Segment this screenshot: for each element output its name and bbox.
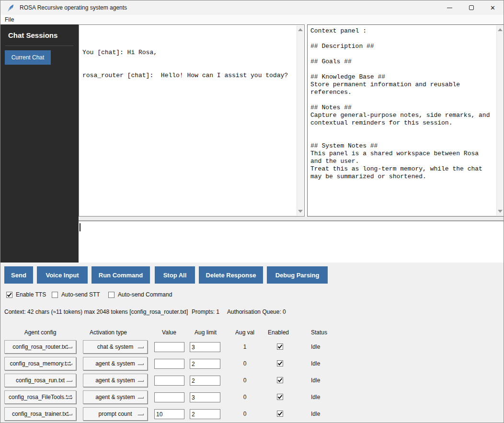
- activation-type-dropdown[interactable]: chat & system: [83, 340, 148, 354]
- activation-type-value: agent & system: [95, 360, 135, 367]
- stop-all-button[interactable]: Stop All: [155, 266, 195, 284]
- agent-config-dropdown[interactable]: config_rosa_memory.txt: [4, 357, 76, 370]
- run-command-button[interactable]: Run Command: [92, 266, 150, 284]
- agent-config-dropdown[interactable]: config_rosa_FileTools.txt: [4, 390, 76, 404]
- menu-file[interactable]: File: [0, 16, 18, 23]
- checkmark-icon: [277, 361, 283, 366]
- value-input[interactable]: [154, 342, 184, 352]
- status-value: Idle: [311, 394, 340, 400]
- debug-parsing-button[interactable]: Debug Parsing: [267, 266, 328, 284]
- status-value: Idle: [311, 343, 340, 350]
- agent-config-dropdown[interactable]: config_rosa_run.txt: [4, 374, 76, 387]
- context-status: Context: 42 chars (≈11 tokens) max 2048 …: [4, 309, 188, 315]
- header-agent-config: Agent config: [4, 329, 76, 336]
- aug-limit-input[interactable]: [190, 392, 220, 402]
- agent-config-value: config_rosa_memory.txt: [10, 360, 70, 367]
- session-current-chat-button[interactable]: Current Chat: [5, 50, 51, 65]
- status-value: Idle: [311, 377, 340, 384]
- header-status: Status: [305, 329, 333, 336]
- checkmark-icon: [277, 411, 283, 416]
- value-input[interactable]: [154, 376, 184, 386]
- enabled-checkbox[interactable]: [277, 360, 283, 366]
- activation-type-dropdown[interactable]: prompt count: [83, 407, 148, 421]
- sidebar: Chat Sessions Current Chat: [0, 24, 79, 263]
- context-panel-text: Context panel : ## Description ## ## Goa…: [308, 25, 504, 181]
- dropdown-indicator-icon: [66, 363, 72, 365]
- dropdown-indicator-icon: [137, 397, 144, 399]
- table-row: config_rosa_trainer.txt prompt count 0 I…: [0, 406, 504, 423]
- activation-type-value: chat & system: [97, 343, 133, 350]
- scroll-up-arrow[interactable]: [498, 28, 503, 31]
- enabled-checkbox[interactable]: [277, 377, 283, 383]
- agent-table-header: Agent config Activation type Value Aug l…: [0, 329, 504, 337]
- checkmark-icon: [7, 292, 12, 297]
- checkmark-icon: [277, 394, 283, 400]
- delete-response-button[interactable]: Delete Response: [199, 266, 263, 284]
- checkmark-icon: [277, 377, 283, 383]
- dropdown-indicator-icon: [137, 363, 144, 365]
- header-value: Value: [155, 329, 183, 336]
- sidebar-divider: [5, 46, 73, 46]
- enabled-checkbox[interactable]: [277, 394, 283, 400]
- scroll-down-arrow[interactable]: [498, 210, 503, 213]
- aug-val: 0: [230, 377, 259, 384]
- auto-send-stt-option: Auto-send STT: [52, 291, 100, 298]
- aug-limit-input[interactable]: [190, 376, 220, 386]
- dropdown-indicator-icon: [137, 413, 144, 415]
- checkmark-icon: [277, 344, 283, 349]
- horizontal-scrollbar[interactable]: [79, 217, 504, 220]
- minimize-button[interactable]: [439, 0, 460, 15]
- voice-input-button[interactable]: Voice Input: [37, 266, 88, 284]
- auto-send-command-checkbox[interactable]: [108, 292, 115, 298]
- activation-type-dropdown[interactable]: agent & system: [83, 374, 148, 387]
- dropdown-indicator-icon: [66, 413, 72, 415]
- chat-line: You [chat]: Hi Rosa,: [82, 49, 304, 57]
- close-icon: ✕: [490, 5, 495, 11]
- auto-send-stt-checkbox[interactable]: [52, 292, 58, 298]
- aug-val: 0: [230, 394, 259, 400]
- window-title: ROSA Recursive operating system agents: [20, 4, 127, 11]
- chat-vertical-scrollbar[interactable]: [297, 25, 304, 216]
- enable-tts-checkbox[interactable]: [6, 292, 12, 298]
- agent-config-dropdown[interactable]: config_rosa_router.txt: [4, 340, 76, 354]
- header-aug-val: Aug val: [230, 329, 259, 336]
- controls-panel: Send Voice Input Run Command Stop All De…: [0, 263, 504, 423]
- authorisation-queue-count: Authorisation Queue: 0: [227, 309, 286, 315]
- value-input[interactable]: [154, 359, 184, 369]
- table-row: config_rosa_run.txt agent & system 0 Idl…: [0, 372, 504, 389]
- menubar: File: [0, 15, 504, 24]
- activation-type-dropdown[interactable]: agent & system: [83, 390, 148, 404]
- app-window: ROSA Recursive operating system agents ✕…: [0, 0, 504, 423]
- agent-config-value: config_rosa_trainer.txt: [12, 411, 69, 417]
- header-activation-type: Activation type: [80, 329, 137, 336]
- context-vertical-scrollbar[interactable]: [496, 25, 504, 216]
- sidebar-title: Chat Sessions: [0, 24, 79, 39]
- maximize-icon: [469, 5, 474, 10]
- auto-send-command-label: Auto-send Command: [118, 291, 172, 298]
- aug-val: 1: [230, 343, 259, 350]
- table-row: config_rosa_router.txt chat & system 1 I…: [0, 339, 504, 355]
- close-button[interactable]: ✕: [482, 0, 504, 15]
- enabled-checkbox[interactable]: [277, 343, 283, 350]
- message-input[interactable]: [79, 220, 504, 263]
- send-button[interactable]: Send: [4, 266, 33, 284]
- value-input[interactable]: [154, 409, 184, 419]
- maximize-button[interactable]: [460, 0, 482, 15]
- auto-send-stt-label: Auto-send STT: [61, 291, 100, 298]
- scroll-up-arrow[interactable]: [298, 28, 303, 31]
- status-value: Idle: [311, 360, 340, 367]
- chat-transcript[interactable]: You [chat]: Hi Rosa, rosa_router [chat]:…: [79, 24, 305, 217]
- value-input[interactable]: [154, 392, 184, 402]
- table-row: config_rosa_memory.txt agent & system 0 …: [0, 355, 504, 372]
- aug-limit-input[interactable]: [190, 359, 220, 369]
- enabled-checkbox[interactable]: [277, 411, 283, 417]
- scroll-down-arrow[interactable]: [298, 210, 303, 213]
- context-panel[interactable]: Context panel : ## Description ## ## Goa…: [307, 24, 504, 217]
- status-value: Idle: [311, 411, 340, 417]
- enable-tts-label: Enable TTS: [16, 291, 46, 298]
- activation-type-dropdown[interactable]: agent & system: [83, 357, 148, 370]
- aug-limit-input[interactable]: [190, 342, 220, 352]
- aug-val: 0: [230, 360, 259, 367]
- agent-config-dropdown[interactable]: config_rosa_trainer.txt: [4, 407, 76, 421]
- aug-limit-input[interactable]: [190, 409, 220, 419]
